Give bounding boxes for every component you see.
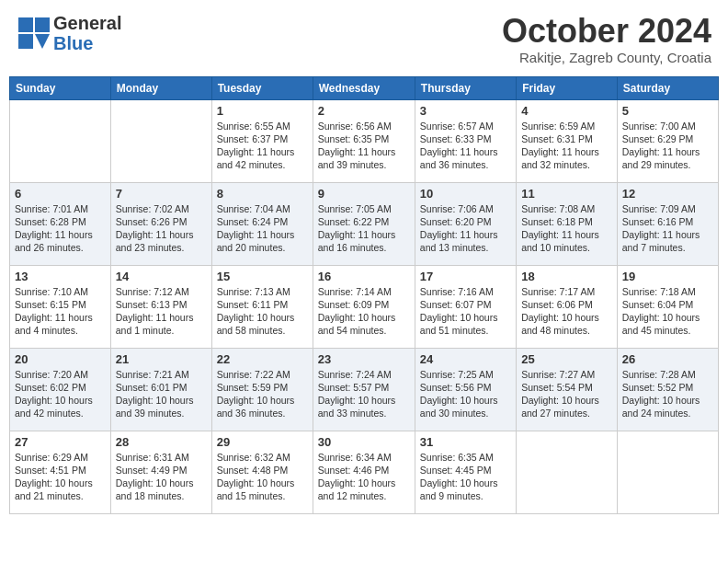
day-info: Sunrise: 6:57 AMSunset: 6:33 PMDaylight:… <box>420 120 511 172</box>
calendar-cell: 21Sunrise: 7:21 AMSunset: 6:01 PMDayligh… <box>110 348 211 431</box>
day-number: 25 <box>521 352 612 366</box>
day-info: Sunrise: 7:14 AMSunset: 6:09 PMDaylight:… <box>318 285 410 338</box>
day-number: 11 <box>521 187 612 201</box>
day-number: 17 <box>420 270 511 283</box>
day-info: Sunrise: 7:09 AMSunset: 6:16 PMDaylight:… <box>622 202 713 255</box>
day-info: Sunrise: 7:22 AMSunset: 5:59 PMDaylight:… <box>217 368 308 420</box>
calendar-cell <box>617 431 718 513</box>
day-info: Sunrise: 6:56 AMSunset: 6:35 PMDaylight:… <box>318 120 410 172</box>
day-number: 21 <box>116 352 207 366</box>
day-number: 20 <box>15 352 106 366</box>
day-info: Sunrise: 7:08 AMSunset: 6:18 PMDaylight:… <box>521 202 612 255</box>
calendar-week-row: 13Sunrise: 7:10 AMSunset: 6:15 PMDayligh… <box>10 265 719 348</box>
day-info: Sunrise: 7:12 AMSunset: 6:13 PMDaylight:… <box>116 285 207 338</box>
day-number: 19 <box>622 270 713 283</box>
calendar-cell: 13Sunrise: 7:10 AMSunset: 6:15 PMDayligh… <box>10 265 111 348</box>
day-number: 23 <box>318 352 410 366</box>
page-header: General Blue October 2024 Rakitje, Zagre… <box>9 9 719 69</box>
day-info: Sunrise: 7:04 AMSunset: 6:24 PMDaylight:… <box>217 202 308 255</box>
day-info: Sunrise: 7:20 AMSunset: 6:02 PMDaylight:… <box>15 368 106 420</box>
calendar-cell: 26Sunrise: 7:28 AMSunset: 5:52 PMDayligh… <box>617 348 718 431</box>
day-number: 31 <box>420 435 511 449</box>
calendar-cell: 10Sunrise: 7:06 AMSunset: 6:20 PMDayligh… <box>415 182 516 265</box>
calendar-cell: 1Sunrise: 6:55 AMSunset: 6:37 PMDaylight… <box>211 99 313 182</box>
day-number: 8 <box>217 187 308 201</box>
calendar-cell: 15Sunrise: 7:13 AMSunset: 6:11 PMDayligh… <box>211 265 313 348</box>
weekday-header: Thursday <box>415 76 516 99</box>
calendar-cell <box>517 431 618 513</box>
day-number: 22 <box>217 352 308 366</box>
day-info: Sunrise: 7:17 AMSunset: 6:06 PMDaylight:… <box>521 285 612 338</box>
day-number: 18 <box>521 270 612 283</box>
calendar-cell <box>110 99 211 182</box>
day-info: Sunrise: 6:55 AMSunset: 6:37 PMDaylight:… <box>217 120 308 172</box>
calendar-cell: 27Sunrise: 6:29 AMSunset: 4:51 PMDayligh… <box>10 431 111 513</box>
day-info: Sunrise: 6:31 AMSunset: 4:49 PMDaylight:… <box>116 451 207 503</box>
day-info: Sunrise: 7:28 AMSunset: 5:52 PMDaylight:… <box>622 368 713 420</box>
calendar-week-row: 20Sunrise: 7:20 AMSunset: 6:02 PMDayligh… <box>10 348 719 431</box>
logo: General Blue <box>17 13 121 53</box>
day-number: 29 <box>217 435 308 449</box>
calendar-cell: 9Sunrise: 7:05 AMSunset: 6:22 PMDaylight… <box>313 182 415 265</box>
day-info: Sunrise: 7:13 AMSunset: 6:11 PMDaylight:… <box>217 285 308 338</box>
day-info: Sunrise: 7:18 AMSunset: 6:04 PMDaylight:… <box>622 285 713 338</box>
calendar-cell: 25Sunrise: 7:27 AMSunset: 5:54 PMDayligh… <box>517 348 618 431</box>
day-info: Sunrise: 6:29 AMSunset: 4:51 PMDaylight:… <box>15 451 106 503</box>
logo-icon <box>17 16 51 51</box>
day-number: 1 <box>217 104 308 118</box>
day-number: 16 <box>318 270 410 283</box>
title-block: October 2024 Rakitje, Zagreb County, Cro… <box>502 13 711 65</box>
day-info: Sunrise: 7:05 AMSunset: 6:22 PMDaylight:… <box>318 202 410 255</box>
calendar-cell: 8Sunrise: 7:04 AMSunset: 6:24 PMDaylight… <box>211 182 313 265</box>
day-info: Sunrise: 7:25 AMSunset: 5:56 PMDaylight:… <box>420 368 511 420</box>
calendar-cell: 4Sunrise: 6:59 AMSunset: 6:31 PMDaylight… <box>517 99 618 182</box>
calendar-cell: 6Sunrise: 7:01 AMSunset: 6:28 PMDaylight… <box>10 182 111 265</box>
calendar-cell: 23Sunrise: 7:24 AMSunset: 5:57 PMDayligh… <box>313 348 415 431</box>
logo-general: General <box>53 13 121 33</box>
day-number: 2 <box>318 104 410 118</box>
day-number: 4 <box>521 104 612 118</box>
calendar: SundayMondayTuesdayWednesdayThursdayFrid… <box>9 76 719 514</box>
calendar-cell: 16Sunrise: 7:14 AMSunset: 6:09 PMDayligh… <box>313 265 415 348</box>
calendar-week-row: 6Sunrise: 7:01 AMSunset: 6:28 PMDaylight… <box>10 182 719 265</box>
calendar-cell: 31Sunrise: 6:35 AMSunset: 4:45 PMDayligh… <box>415 431 516 513</box>
day-number: 9 <box>318 187 410 201</box>
weekday-header: Saturday <box>617 76 718 99</box>
day-info: Sunrise: 7:24 AMSunset: 5:57 PMDaylight:… <box>318 368 410 420</box>
calendar-cell: 2Sunrise: 6:56 AMSunset: 6:35 PMDaylight… <box>313 99 415 182</box>
logo-blue: Blue <box>53 33 121 53</box>
calendar-cell: 12Sunrise: 7:09 AMSunset: 6:16 PMDayligh… <box>617 182 718 265</box>
calendar-cell: 18Sunrise: 7:17 AMSunset: 6:06 PMDayligh… <box>517 265 618 348</box>
day-info: Sunrise: 7:01 AMSunset: 6:28 PMDaylight:… <box>15 202 106 255</box>
day-info: Sunrise: 7:02 AMSunset: 6:26 PMDaylight:… <box>116 202 207 255</box>
calendar-cell: 29Sunrise: 6:32 AMSunset: 4:48 PMDayligh… <box>211 431 313 513</box>
svg-rect-2 <box>35 17 50 32</box>
weekday-header-row: SundayMondayTuesdayWednesdayThursdayFrid… <box>10 76 719 99</box>
day-number: 14 <box>116 270 207 283</box>
day-info: Sunrise: 7:27 AMSunset: 5:54 PMDaylight:… <box>521 368 612 420</box>
weekday-header: Monday <box>110 76 211 99</box>
calendar-cell <box>10 99 111 182</box>
svg-rect-3 <box>18 34 33 49</box>
weekday-header: Tuesday <box>211 76 313 99</box>
calendar-cell: 14Sunrise: 7:12 AMSunset: 6:13 PMDayligh… <box>110 265 211 348</box>
day-number: 30 <box>318 435 410 449</box>
day-info: Sunrise: 6:59 AMSunset: 6:31 PMDaylight:… <box>521 120 612 172</box>
calendar-cell: 3Sunrise: 6:57 AMSunset: 6:33 PMDaylight… <box>415 99 516 182</box>
calendar-cell: 22Sunrise: 7:22 AMSunset: 5:59 PMDayligh… <box>211 348 313 431</box>
calendar-week-row: 27Sunrise: 6:29 AMSunset: 4:51 PMDayligh… <box>10 431 719 513</box>
day-info: Sunrise: 6:32 AMSunset: 4:48 PMDaylight:… <box>217 451 308 503</box>
day-info: Sunrise: 7:00 AMSunset: 6:29 PMDaylight:… <box>622 120 713 172</box>
day-info: Sunrise: 7:21 AMSunset: 6:01 PMDaylight:… <box>116 368 207 420</box>
day-number: 15 <box>217 270 308 283</box>
weekday-header: Sunday <box>10 76 111 99</box>
calendar-cell: 28Sunrise: 6:31 AMSunset: 4:49 PMDayligh… <box>110 431 211 513</box>
weekday-header: Wednesday <box>313 76 415 99</box>
calendar-cell: 30Sunrise: 6:34 AMSunset: 4:46 PMDayligh… <box>313 431 415 513</box>
day-info: Sunrise: 7:10 AMSunset: 6:15 PMDaylight:… <box>15 285 106 338</box>
calendar-cell: 5Sunrise: 7:00 AMSunset: 6:29 PMDaylight… <box>617 99 718 182</box>
day-number: 13 <box>15 270 106 283</box>
location: Rakitje, Zagreb County, Croatia <box>502 50 711 65</box>
day-number: 12 <box>622 187 713 201</box>
day-info: Sunrise: 6:34 AMSunset: 4:46 PMDaylight:… <box>318 451 410 503</box>
